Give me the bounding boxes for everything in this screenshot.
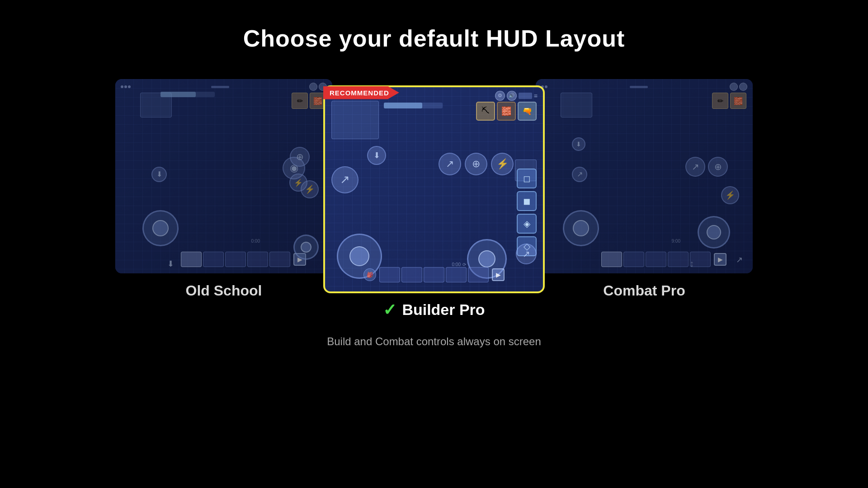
compass-right	[630, 86, 648, 88]
item-slot-4	[247, 252, 268, 267]
weapon-pickaxe: ⛏	[476, 102, 495, 121]
look-joystick-inner	[478, 250, 495, 267]
weapon-icons: ✏ 🧱	[292, 93, 326, 109]
item-bar-center: 🎒 ▶	[363, 267, 505, 282]
item-slot-r1	[601, 252, 622, 267]
move-joystick-inner-right	[573, 220, 589, 236]
crosshair-r[interactable]: ⊕	[708, 157, 728, 177]
layout-option-builder-pro[interactable]: RECOMMENDED N ⚙ 🔊	[332, 85, 536, 293]
minimap-right	[561, 93, 592, 117]
item-slot-c2	[401, 267, 422, 282]
old-school-label: Old School	[186, 282, 262, 299]
build-floor[interactable]: ◼	[517, 191, 537, 211]
crosshair-button[interactable]: ⊕	[465, 153, 487, 175]
top-bar-right	[536, 83, 753, 91]
combat-pro-panel[interactable]: ✏ 🧱 ↗ ⊕ ↗	[536, 79, 753, 273]
item-slot-c1	[379, 267, 400, 282]
jump-icon	[301, 242, 311, 253]
item-bar-right: ▶	[601, 252, 726, 267]
aim-r[interactable]: ↗	[685, 157, 705, 177]
top-right-right	[730, 83, 747, 91]
page-title: Choose your default HUD Layout	[243, 25, 625, 52]
builder-pro-text: Builder Pro	[402, 301, 485, 319]
settings-icon-center: ⚙	[495, 91, 505, 101]
menu-icon: ≡	[534, 92, 538, 99]
item-arrow-center[interactable]: ▶	[492, 268, 505, 281]
move-joystick-inner	[152, 220, 169, 236]
item-slot-c3	[424, 267, 444, 282]
item-slot-3	[225, 252, 246, 267]
signal-dot	[124, 85, 127, 88]
item-slot-c5	[468, 267, 489, 282]
shoot-button[interactable]: ⚡	[289, 174, 307, 192]
move-joystick-right[interactable]	[563, 210, 599, 246]
timer: 0:00	[251, 239, 260, 244]
signal-dot	[121, 85, 123, 88]
builder-pro-panel[interactable]: RECOMMENDED N ⚙ 🔊	[323, 85, 545, 293]
weapon-slot-1: ✏	[292, 93, 308, 109]
weapon-slot-r1: ✏	[712, 93, 728, 109]
weapon-brick: 🧱	[497, 102, 516, 121]
recommended-badge: RECOMMENDED	[323, 86, 399, 99]
move-joystick-inner-center	[349, 246, 369, 266]
look-joystick-right[interactable]	[698, 216, 730, 249]
weapon-slot-r2: 🧱	[730, 93, 746, 109]
aim-button-center[interactable]: ↗	[439, 153, 461, 175]
layouts-container: ✏ 🧱 ⬇	[0, 79, 868, 299]
backpack-icon[interactable]: 🎒	[363, 268, 376, 281]
minimap-center	[331, 101, 379, 139]
interact-r[interactable]: ⬇	[572, 137, 585, 151]
sprint-r[interactable]: ↗	[572, 167, 587, 182]
settings-icon	[309, 83, 317, 91]
selected-checkmark: ✓	[383, 300, 396, 319]
crouch-icon[interactable]: ⬇	[167, 259, 174, 269]
move-joystick[interactable]	[142, 210, 179, 246]
health-fill	[384, 103, 422, 108]
health-bar-fill	[160, 92, 196, 97]
icon-r1	[730, 83, 738, 91]
top-center-right	[630, 86, 648, 88]
build-ramp[interactable]: ◈	[517, 214, 537, 234]
item-arrow-right[interactable]: ▶	[714, 253, 726, 266]
crouch-r[interactable]: ↗	[732, 253, 746, 267]
interact-button-center[interactable]: ⬇	[367, 146, 386, 165]
layout-option-old-school[interactable]: ✏ 🧱 ⬇	[115, 79, 332, 299]
weapon-icons-center: ⛏ 🧱 🔫	[476, 102, 537, 121]
item-slot-2	[203, 252, 224, 267]
look-joystick-inner-right	[707, 225, 721, 239]
shoot-button-center[interactable]: ⚡	[491, 153, 514, 175]
look-button[interactable]: ⊕	[290, 147, 310, 167]
weapon-icons-right: ✏ 🧱	[712, 93, 746, 109]
crouch-btn-r[interactable]: ↕	[689, 258, 694, 269]
signal-dot	[128, 85, 131, 88]
dot-r2	[545, 85, 547, 88]
menu-bar	[519, 93, 532, 99]
aim-buttons-right: ↗ ⊕	[685, 157, 728, 177]
top-right-icons-center: ⚙ 🔊 ≡	[495, 91, 538, 101]
build-wall[interactable]: ◻	[517, 169, 537, 188]
jump-r[interactable]: ⚡	[721, 186, 739, 204]
combat-buttons: ↗ ⊕ ⚡	[439, 153, 514, 175]
compass-indicator	[211, 86, 229, 88]
timer-right: 9:00	[672, 239, 680, 244]
timer-center: 0:00 ⟳	[452, 262, 466, 267]
layout-option-combat-pro[interactable]: ✏ 🧱 ↗ ⊕ ↗	[536, 79, 753, 299]
health-bar	[160, 92, 215, 97]
top-bar	[115, 83, 332, 91]
weapon-gun: 🔫	[518, 102, 537, 121]
interact-button[interactable]: ⬇	[151, 167, 167, 182]
item-slot-c4	[446, 267, 467, 282]
combat-pro-label: Combat Pro	[603, 282, 685, 299]
icon-r2	[739, 83, 747, 91]
old-school-panel[interactable]: ✏ 🧱 ⬇	[115, 79, 332, 273]
item-slot-r4	[668, 252, 689, 267]
crouch-button[interactable]: ↗	[516, 244, 537, 264]
top-bar-center	[211, 86, 229, 88]
layout-description: Build and Combat controls always on scre…	[327, 335, 541, 348]
sprint-aim-button[interactable]: ↗	[331, 166, 359, 193]
jump-button[interactable]	[293, 235, 319, 260]
item-bar-left: ▶	[181, 252, 306, 267]
builder-pro-label-container: ✓ Builder Pro	[383, 300, 485, 319]
item-slot-r3	[646, 252, 666, 267]
center-panel-inner: N ⚙ 🔊 ≡ ⛏ 🧱 🔫	[325, 87, 543, 291]
